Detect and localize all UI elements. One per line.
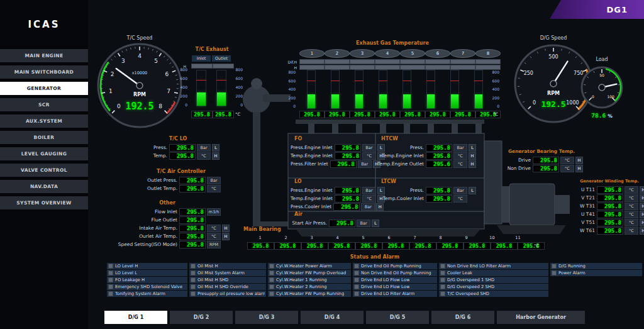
bar-column — [467, 70, 491, 108]
alarm-item: Drive End LO Flow Low — [353, 277, 437, 283]
egt-title: Exhaust Gas Temperature — [284, 40, 501, 46]
param-unit: Bar — [197, 144, 211, 152]
main-bearing-positions: 1234567891011 — [247, 235, 531, 240]
param-unit: Bar — [207, 177, 221, 184]
sidebar-item-boiler[interactable]: BOILER — [0, 131, 88, 144]
alarm-threshold-line — [331, 81, 340, 81]
param-value: 295.8 — [335, 144, 361, 152]
bearing-value: 295.8 — [436, 242, 464, 250]
column-header: Outlet — [212, 55, 231, 62]
param-label: Ourlet Air Temp. — [112, 233, 179, 239]
axis-tick: 600 — [236, 77, 243, 81]
tcex-values: 295.8295.8 — [191, 111, 231, 118]
alarm-indicator — [375, 65, 400, 70]
alarm-flag: H — [640, 186, 644, 194]
tc-speed-unit: RPM — [96, 92, 184, 98]
tc-lo-panel: T/C LO Press.295.8BarLTemp.295.8°CH — [143, 136, 213, 160]
main-bearing-unit: °C — [534, 243, 539, 248]
main-bearing-panel: Main Bearing 1234567891011 295.8295.8295… — [242, 225, 557, 252]
param-value: 295.8 — [426, 195, 452, 203]
alarm-column: Cyl.W.Heater Power AlarmCyl.W.Heater FW … — [268, 263, 351, 297]
alarm-indicator — [269, 277, 274, 282]
alarm-indicator — [299, 65, 325, 70]
htcw-title: HTCW — [377, 136, 472, 142]
param-label: Flow Inlet — [112, 209, 179, 215]
param-value: 295.8 — [179, 225, 206, 232]
temp-bar — [307, 70, 316, 109]
bearing-number: 5 — [350, 235, 376, 240]
htcw-panel: HTCW Press.295.8BarLTemp.Engine Inlet295… — [377, 136, 472, 168]
tab-d-g-5[interactable]: D/G 5 — [366, 311, 429, 324]
sidebar-item-generator[interactable]: GENERATOR — [0, 82, 88, 95]
tab-d-g-1[interactable]: D/G 1 — [104, 311, 167, 324]
bearing-number: 11 — [505, 235, 531, 240]
axis-tick: 0 — [185, 103, 187, 107]
alarm-indicator — [269, 270, 274, 276]
param-row: W T31295.8°CH — [577, 202, 641, 210]
icas-app: ICAS MAIN ENGINEMAIN SWITCHBOARDGENERATO… — [0, 0, 644, 329]
param-row: Temp.Engine Outlet295.6°CH — [377, 160, 472, 168]
sidebar-item-system-overview[interactable]: SYSTEM OVERVIEW — [0, 196, 88, 209]
alarm-indicator — [450, 59, 475, 64]
tc-speed-value: 192.5 — [96, 101, 184, 112]
tab-d-g-4[interactable]: D/G 4 — [301, 311, 364, 324]
alarm-indicator — [425, 59, 450, 64]
tab-d-g-6[interactable]: D/G 6 — [431, 311, 494, 324]
sidebar-item-scr[interactable]: SCR — [0, 98, 88, 111]
bar-fill — [331, 94, 339, 108]
param-label: Non Drive — [506, 165, 533, 171]
param-label: U T11 — [577, 187, 597, 192]
temp-bar — [216, 70, 226, 106]
alarm-indicator — [440, 284, 445, 289]
bearing-value: 295.8 — [355, 242, 382, 250]
sidebar-item-valve-control[interactable]: VALVE CONTROL — [0, 164, 88, 177]
tab-harbor-generator[interactable]: Harbor Generator — [497, 311, 585, 324]
alarm-indicator — [325, 65, 350, 70]
param-row: Flow Inlet295.8m3/h — [112, 208, 223, 216]
sidebar: ICAS MAIN ENGINEMAIN SWITCHBOARDGENERATO… — [0, 0, 88, 329]
alarm-item: FO Leakage H — [107, 277, 187, 283]
param-label: Press.Engine Inlet — [291, 187, 335, 193]
dg-tabs: D/G 1D/G 2D/G 3D/G 4D/G 5D/G 6Harbor Gen… — [104, 311, 585, 324]
param-label: Press. — [143, 145, 169, 150]
axis-tick: 400 — [180, 86, 187, 89]
param-label: Temp.Engine Inlet — [291, 153, 335, 159]
alarm-label: Cyl.W.Heater 2 Running — [276, 284, 327, 289]
alarm-item: LO Level H — [107, 263, 187, 269]
alarm-label: Cyl.W.Heater 1 Running — [276, 277, 327, 282]
sidebar-item-main-switchboard[interactable]: MAIN SWITCHBOARD — [0, 65, 88, 79]
temp-value: 295.8 — [350, 111, 375, 118]
sidebar-item-level-gauging[interactable]: LEVEL GAUGING — [0, 147, 88, 160]
egt-panel: Exhaust Gas Temperature 12345678 Dif.H H… — [284, 40, 501, 125]
alarm-label: Cyl.W.Heater FW Pump Overload — [276, 270, 346, 276]
sidebar-item-nav-data[interactable]: NAV.DATA — [0, 180, 88, 193]
bearing-value: 295.8 — [382, 242, 409, 250]
param-label: Press.Engine Inlet — [291, 145, 335, 150]
page-badge: DG1 — [550, 0, 644, 19]
param-value: 295.8 — [597, 227, 623, 235]
alarm-threshold-line — [379, 81, 387, 81]
generator-bearing-title: Generator Bearing Temp. — [506, 148, 577, 154]
alarm-threshold-line — [355, 81, 364, 81]
alarm-item: Oil Mist H SHD — [189, 277, 266, 283]
tab-d-g-2[interactable]: D/G 2 — [170, 311, 233, 324]
alarm-indicator — [269, 264, 274, 269]
param-unit: m3/h — [207, 208, 221, 216]
alarm-item: Oil Mist H SHD Override — [189, 284, 266, 290]
alarm-flag: H — [469, 152, 476, 160]
svg-text:500: 500 — [548, 54, 558, 60]
generator-bearing-panel: Generator Bearing Temp. Drive295.8°CHNon… — [506, 148, 577, 172]
tab-d-g-3[interactable]: D/G 3 — [235, 311, 298, 324]
bar-fill — [197, 92, 206, 106]
param-label: Press. — [377, 145, 426, 150]
alarm-indicator — [191, 270, 196, 276]
sidebar-item-main-engine[interactable]: MAIN ENGINE — [0, 49, 88, 62]
alarm-indicator — [191, 277, 196, 282]
fo-panel: FO Press.Engine Inlet295.8BarLTemp.Engin… — [291, 136, 374, 168]
sidebar-item-aux-system[interactable]: AUX.SYSTEM — [0, 114, 88, 128]
temp-bar — [402, 70, 411, 109]
bearing-number: 2 — [273, 235, 299, 240]
alarm-indicator — [450, 65, 475, 70]
temp-value: 295.8 — [400, 111, 425, 118]
param-row: Intake Air Temp.295.8°CH — [112, 224, 223, 232]
